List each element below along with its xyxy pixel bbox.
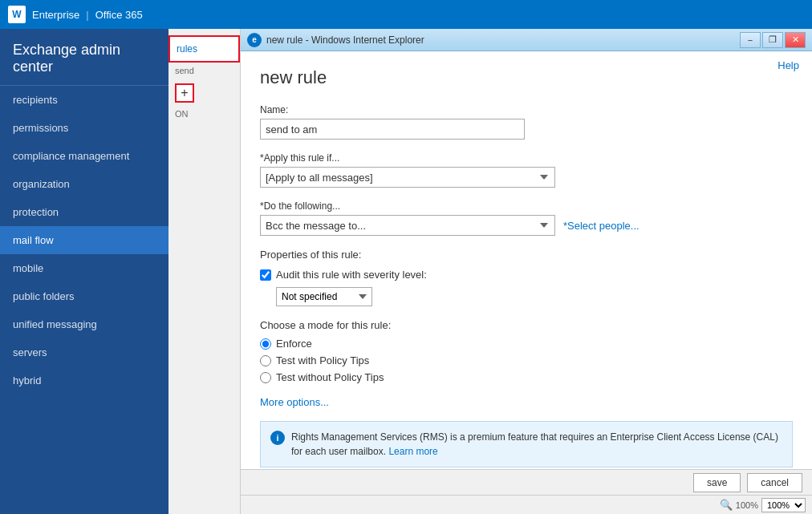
sidebar-item-mailflow[interactable]: mail flow (0, 226, 168, 254)
ie-window: e new rule - Windows Internet Explorer −… (241, 29, 812, 514)
ie-title-text: new rule - Windows Internet Explorer (266, 34, 424, 46)
name-field-group: Name: (260, 104, 793, 140)
do-following-select[interactable]: Bcc the message to... (260, 215, 555, 236)
test-no-policytips-label: Test without Policy Tips (276, 371, 384, 383)
main-layout: Exchange admin center recipients permiss… (0, 29, 812, 514)
info-icon: i (270, 431, 285, 445)
audit-label: Audit this rule with severity level: (276, 269, 427, 281)
info-bar: i Rights Management Services (RMS) is a … (260, 421, 793, 467)
name-input[interactable] (260, 119, 525, 140)
sidebar-item-unifiedmessaging[interactable]: unified messaging (0, 310, 168, 338)
mode-group: Choose a mode for this rule: Enforce Tes… (260, 319, 793, 383)
audit-checkbox-row: Audit this rule with severity level: (260, 269, 793, 281)
office365-label: Office 365 (95, 9, 143, 21)
zoom-dropdown[interactable]: 100% (761, 498, 806, 512)
sidebar-item-publicfolders[interactable]: public folders (0, 282, 168, 310)
ie-content: Help new rule Name: *Apply this rule if.… (241, 51, 812, 469)
ie-title-bar: e new rule - Windows Internet Explorer −… (241, 29, 812, 51)
test-policytips-radio[interactable] (260, 355, 271, 366)
ie-minimize-button[interactable]: − (740, 32, 761, 48)
do-following-group: *Do the following... Bcc the message to.… (260, 200, 793, 236)
zoom-control: 🔍 100% 100% (720, 498, 806, 512)
sidebar-nav: recipients permissions compliance manage… (0, 86, 168, 514)
sidebar-item-hybrid[interactable]: hybrid (0, 366, 168, 395)
apply-label: *Apply this rule if... (260, 152, 793, 164)
add-rule-button[interactable]: + (175, 83, 194, 103)
sidebar: Exchange admin center recipients permiss… (0, 29, 168, 514)
apply-rule-select[interactable]: [Apply to all messages] (260, 167, 555, 188)
zoom-icon: 🔍 (720, 499, 733, 511)
top-bar: W Enterprise | Office 365 (0, 0, 812, 29)
select-people-link[interactable]: *Select people... (563, 220, 639, 232)
subpanel-rules-item[interactable]: rules (168, 35, 240, 63)
subpanel-toolbar: + (168, 79, 240, 107)
sidebar-item-recipients[interactable]: recipients (0, 86, 168, 114)
severity-select[interactable]: Not specified (276, 287, 372, 306)
save-button[interactable]: save (693, 473, 741, 492)
mode-no-policytips-row: Test without Policy Tips (260, 371, 793, 383)
ie-footer: save cancel (241, 469, 812, 495)
sidebar-item-organization[interactable]: organization (0, 170, 168, 198)
mode-enforce-row: Enforce (260, 338, 793, 350)
sub-panel: rules send + ON (168, 29, 241, 514)
mode-label: Choose a mode for this rule: (260, 319, 793, 331)
sidebar-item-servers[interactable]: servers (0, 338, 168, 366)
ie-restore-button[interactable]: ❐ (762, 32, 783, 48)
sidebar-item-compliance[interactable]: compliance management (0, 142, 168, 170)
mode-policytips-row: Test with Policy Tips (260, 354, 793, 366)
name-label: Name: (260, 104, 793, 115)
office-logo: W (8, 6, 26, 23)
sidebar-item-permissions[interactable]: permissions (0, 114, 168, 142)
sidebar-item-protection[interactable]: protection (0, 198, 168, 226)
properties-group: Properties of this rule: Audit this rule… (260, 249, 793, 306)
enforce-radio[interactable] (260, 338, 271, 350)
test-no-policytips-radio[interactable] (260, 372, 271, 383)
ie-close-button[interactable]: ✕ (785, 32, 806, 48)
sidebar-item-mobile[interactable]: mobile (0, 254, 168, 282)
test-policytips-label: Test with Policy Tips (276, 354, 369, 366)
ie-icon: e (247, 33, 262, 47)
apply-rule-group: *Apply this rule if... [Apply to all mes… (260, 152, 793, 188)
subpanel-on-label: ON (168, 107, 240, 120)
status-bar: 🔍 100% 100% (241, 495, 812, 514)
info-text: Rights Management Services (RMS) is a pr… (291, 430, 782, 459)
enforce-label: Enforce (276, 338, 312, 350)
properties-label: Properties of this rule: (260, 249, 793, 261)
do-label: *Do the following... (260, 200, 793, 212)
subpanel-send-label: send (168, 63, 240, 79)
help-link[interactable]: Help (777, 59, 799, 71)
zoom-label: 100% (736, 500, 758, 510)
page-title: new rule (260, 67, 793, 88)
learn-more-link[interactable]: Learn more (388, 446, 437, 457)
enterprise-label: Enterprise (32, 9, 79, 21)
ie-controls: − ❐ ✕ (740, 32, 806, 48)
sidebar-header: Exchange admin center (0, 29, 168, 86)
more-options-link[interactable]: More options... (260, 396, 793, 408)
audit-checkbox[interactable] (260, 269, 271, 281)
cancel-button[interactable]: cancel (747, 473, 802, 492)
